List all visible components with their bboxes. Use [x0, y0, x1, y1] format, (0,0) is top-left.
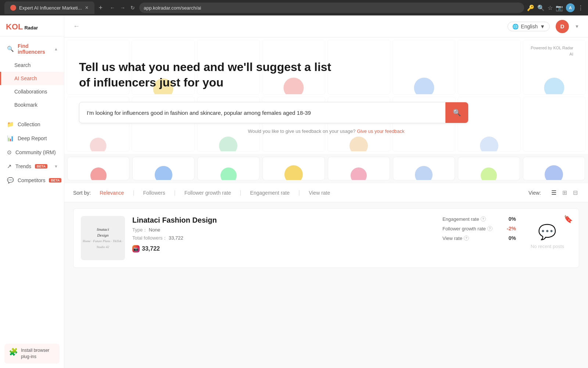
tab-favicon: [10, 5, 16, 11]
avatar-placeholder: linataciDesignHome ∙ Future Plans ∙ TikT…: [81, 216, 125, 260]
vis-card-1: [67, 157, 129, 180]
type-value: None: [149, 227, 160, 233]
trends-beta-badge: BETA: [35, 164, 47, 169]
app-container: KOL Radar 🔍 Find influencers ▲ Search AI…: [0, 15, 588, 368]
browser-tab[interactable]: Expert AI Influencer Marketi... ✕: [4, 1, 94, 14]
user-menu-chevron-icon[interactable]: ▼: [575, 24, 579, 29]
new-tab-button[interactable]: +: [99, 4, 103, 12]
competitors-icon: 💬: [7, 177, 14, 184]
sidebar: KOL Radar 🔍 Find influencers ▲ Search AI…: [0, 15, 64, 368]
follower-growth-rate-value: -2%: [507, 226, 516, 231]
sidebar-item-community[interactable]: ⊙ Community (IRM): [0, 145, 64, 159]
install-plugin-text: Install browser plug-ins: [21, 347, 55, 360]
influencer-followers-row: Total followers： 33,722: [132, 235, 435, 241]
search-icon[interactable]: 🔍: [537, 4, 545, 11]
sidebar-search-label: Search: [14, 62, 31, 68]
url-text: app.kolradar.com/search/ai: [144, 5, 201, 11]
vis-card-7: [458, 157, 520, 180]
find-influencers-section: 🔍 Find influencers ▲ Search AI Search Co…: [0, 36, 64, 114]
chevron-up-icon: ▲: [54, 47, 58, 51]
topbar-right: 🌐 English ▼ D ▼: [508, 20, 579, 33]
sort-by-label: Sort by:: [73, 190, 91, 196]
browser-menu-button[interactable]: ⋮: [578, 4, 584, 11]
hero-content: Powered by KOL RadarAI Tell us what you …: [79, 60, 573, 139]
view-rate-row: View rate ? 0%: [442, 235, 516, 241]
sidebar-item-collection[interactable]: 📁 Collection: [0, 117, 64, 131]
grid-view-button[interactable]: ⊞: [561, 188, 569, 197]
ai-search-box[interactable]: 🔍: [79, 102, 469, 123]
feedback-bar: Would you like to give us feedback on yo…: [79, 123, 573, 139]
platform-follower-number: 33,722: [142, 245, 160, 252]
browser-controls: ← → ↻: [108, 3, 136, 12]
engagement-rate-value: 0%: [509, 216, 516, 222]
results-area: 🔖 linataciDesignHome ∙ Future Plans ∙ Ti…: [64, 202, 588, 274]
engagement-rate-help-icon[interactable]: ?: [481, 216, 486, 222]
sidebar-item-trends[interactable]: ↗ Trends BETA ▼: [0, 159, 64, 173]
sidebar-item-deep-report[interactable]: 📊 Deep Report: [0, 131, 64, 145]
sidebar-deep-report-label: Deep Report: [18, 135, 47, 141]
language-chevron-icon: ▼: [540, 24, 545, 29]
feedback-link[interactable]: Give us your feedback: [357, 128, 404, 134]
sort-engagement-rate[interactable]: Engagement rate: [250, 190, 290, 196]
visual-strip: [64, 154, 588, 183]
language-selector[interactable]: 🌐 English ▼: [508, 22, 550, 31]
sidebar-community-label: Community (IRM): [15, 149, 56, 155]
tab-close-button[interactable]: ✕: [85, 5, 89, 10]
install-plugin-banner[interactable]: 🧩 Install browser plug-ins: [4, 344, 60, 364]
topbar: ← 🌐 English ▼ D ▼: [64, 15, 588, 38]
address-bar[interactable]: app.kolradar.com/search/ai: [139, 3, 524, 13]
powered-by-text: Powered by KOL RadarAI: [531, 45, 573, 57]
sidebar-trends-label: Trends: [15, 163, 31, 169]
content-area: Powered by KOL RadarAI Tell us what you …: [64, 38, 588, 368]
sidebar-collapse-button[interactable]: ←: [73, 22, 80, 30]
collection-icon: 📁: [7, 121, 14, 128]
user-avatar[interactable]: D: [556, 20, 569, 33]
camera-icon[interactable]: 📷: [556, 4, 563, 11]
forward-button[interactable]: →: [119, 3, 127, 12]
sidebar-item-competitors[interactable]: 💬 Competitors BETA ▼: [0, 173, 64, 187]
vis-card-8: [523, 157, 585, 180]
report-icon: 📊: [7, 135, 14, 142]
refresh-button[interactable]: ↻: [129, 3, 136, 12]
sort-relevance[interactable]: Relevance: [100, 190, 124, 196]
total-followers-value: 33,722: [169, 235, 183, 241]
ai-search-button[interactable]: 🔍: [445, 102, 468, 123]
engagement-rate-row: Engagement rate ? 0%: [442, 216, 516, 222]
influencer-avatar: linataciDesignHome ∙ Future Plans ∙ TikT…: [81, 216, 125, 260]
extensions-icon[interactable]: 🔑: [527, 4, 534, 11]
hero-section: Powered by KOL RadarAI Tell us what you …: [64, 38, 588, 154]
sidebar-item-ai-search[interactable]: AI Search: [0, 72, 64, 85]
back-button[interactable]: ←: [108, 3, 116, 12]
influencer-card: 🔖 linataciDesignHome ∙ Future Plans ∙ Ti…: [73, 208, 579, 268]
tab-title: Expert AI Influencer Marketi...: [19, 5, 82, 11]
follower-growth-rate-label: Follower growth rate ?: [442, 226, 492, 231]
trends-chevron-icon: ▼: [54, 164, 58, 169]
profile-button[interactable]: A: [566, 3, 575, 12]
main-content: ← 🌐 English ▼ D ▼: [64, 15, 588, 368]
sidebar-find-influencers[interactable]: 🔍 Find influencers ▲: [0, 39, 64, 59]
bookmark-icon[interactable]: ☆: [548, 4, 553, 11]
vis-card-4: [262, 157, 325, 180]
list-view-button[interactable]: ☰: [550, 188, 558, 197]
ai-search-input[interactable]: [79, 103, 445, 123]
sidebar-item-bookmark[interactable]: Bookmark: [0, 98, 64, 112]
follower-growth-rate-help-icon[interactable]: ?: [487, 226, 492, 231]
no-posts-icon: 💬: [531, 223, 564, 241]
influencer-info: Linataci Fashion Design Type： None Total…: [132, 216, 435, 260]
sort-followers[interactable]: Followers: [143, 190, 165, 196]
sort-bar: Sort by: Relevance | Followers | Followe…: [64, 183, 588, 202]
sidebar-competitors-label: Competitors: [18, 177, 45, 183]
sidebar-item-collaborations[interactable]: Collaborations: [0, 85, 64, 98]
globe-icon: 🌐: [512, 24, 519, 29]
sort-view-rate[interactable]: View rate: [309, 190, 330, 196]
vis-card-5: [328, 157, 390, 180]
logo-radar: Radar: [24, 25, 38, 31]
compact-grid-view-button[interactable]: ⊟: [571, 188, 579, 197]
browser-chrome: Expert AI Influencer Marketi... ✕ + ← → …: [0, 0, 588, 15]
sort-follower-growth-rate[interactable]: Follower growth rate: [184, 190, 231, 196]
logo-kol: KOL: [6, 22, 23, 32]
sidebar-item-search[interactable]: Search: [0, 59, 64, 72]
view-rate-help-icon[interactable]: ?: [464, 236, 469, 241]
card-bookmark-button[interactable]: 🔖: [564, 215, 573, 223]
influencer-name: Linataci Fashion Design: [132, 216, 435, 224]
